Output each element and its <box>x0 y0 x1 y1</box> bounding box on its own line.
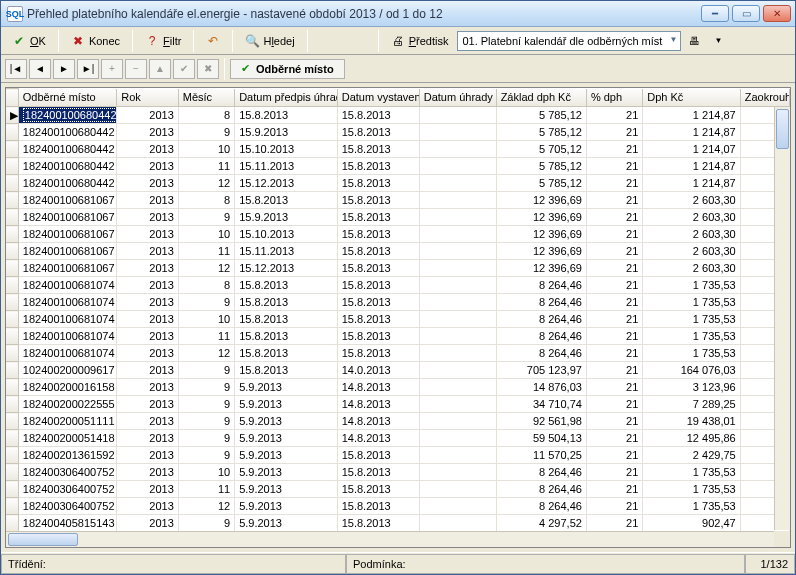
column-header[interactable]: Měsíc <box>178 89 234 107</box>
cell[interactable]: 8 264,46 <box>496 294 586 311</box>
cell[interactable]: 9 <box>178 379 234 396</box>
cell[interactable] <box>419 515 496 532</box>
cell[interactable]: 15.8.2013 <box>337 141 419 158</box>
nav-next[interactable]: ► <box>53 59 75 79</box>
cell[interactable]: 12 396,69 <box>496 209 586 226</box>
cell[interactable]: 102400200009617 <box>18 362 116 379</box>
cell[interactable] <box>419 362 496 379</box>
table-row[interactable]: 182400200016158201395.9.201314.8.201314 … <box>6 379 790 396</box>
cell[interactable]: 15.8.2013 <box>337 260 419 277</box>
cell[interactable]: 5 785,12 <box>496 107 586 124</box>
horizontal-scrollbar[interactable] <box>6 531 774 547</box>
undo-button[interactable]: ↶ <box>199 30 227 52</box>
cell[interactable]: 5.9.2013 <box>235 498 338 515</box>
cell[interactable]: 2013 <box>117 192 179 209</box>
cell[interactable]: 12 396,69 <box>496 260 586 277</box>
cell[interactable]: 902,47 <box>643 515 740 532</box>
nav-cancel[interactable]: ✖ <box>197 59 219 79</box>
cell[interactable]: 21 <box>586 379 642 396</box>
cell[interactable]: 9 <box>178 447 234 464</box>
table-row[interactable]: 1824003064007522013115.9.201315.8.20138 … <box>6 481 790 498</box>
cell[interactable] <box>419 464 496 481</box>
cell[interactable]: 4 297,52 <box>496 515 586 532</box>
cell[interactable]: 14.0.2013 <box>337 362 419 379</box>
nav-ok[interactable]: ✔ <box>173 59 195 79</box>
cell[interactable]: 15.8.2013 <box>337 226 419 243</box>
cell[interactable]: 21 <box>586 243 642 260</box>
cell[interactable]: 5.9.2013 <box>235 447 338 464</box>
cell[interactable]: 8 264,46 <box>496 345 586 362</box>
print-button[interactable]: 🖶 <box>683 31 705 51</box>
cell[interactable]: 8 264,46 <box>496 328 586 345</box>
cell[interactable] <box>419 294 496 311</box>
cell[interactable] <box>419 345 496 362</box>
konec-button[interactable]: ✖ Konec <box>64 30 127 52</box>
cell[interactable]: 21 <box>586 447 642 464</box>
cell[interactable]: 9 <box>178 515 234 532</box>
cell[interactable]: 2013 <box>117 345 179 362</box>
cell[interactable]: 8 264,46 <box>496 311 586 328</box>
cell[interactable] <box>419 192 496 209</box>
cell[interactable] <box>419 277 496 294</box>
cell[interactable]: 15.8.2013 <box>337 447 419 464</box>
cell[interactable]: 21 <box>586 294 642 311</box>
table-row[interactable]: 1024002000096172013915.8.201314.0.201370… <box>6 362 790 379</box>
table-row[interactable]: 18240010068044220131015.10.201315.8.2013… <box>6 141 790 158</box>
cell[interactable]: 9 <box>178 124 234 141</box>
table-row[interactable]: 18240010068106720131215.12.201315.8.2013… <box>6 260 790 277</box>
cell[interactable]: 10 <box>178 141 234 158</box>
cell[interactable]: 8 264,46 <box>496 464 586 481</box>
cell[interactable]: 14 876,03 <box>496 379 586 396</box>
cell[interactable]: 182400100680442 <box>18 141 116 158</box>
cell[interactable]: 2013 <box>117 243 179 260</box>
cell[interactable]: 15.8.2013 <box>337 243 419 260</box>
cell[interactable]: 182400100680442 <box>18 175 116 192</box>
cell[interactable] <box>419 209 496 226</box>
cell[interactable] <box>419 124 496 141</box>
table-row[interactable]: 182400200051418201395.9.201314.8.201359 … <box>6 430 790 447</box>
column-header[interactable]: Zaokrouh <box>740 89 789 107</box>
cell[interactable]: 11 <box>178 328 234 345</box>
cell[interactable]: 5.9.2013 <box>235 515 338 532</box>
cell[interactable]: 182400100680442 <box>18 158 116 175</box>
cell[interactable]: 12 495,86 <box>643 430 740 447</box>
cell[interactable]: 21 <box>586 498 642 515</box>
cell[interactable] <box>419 413 496 430</box>
cell[interactable]: 1 735,53 <box>643 498 740 515</box>
cell[interactable]: 21 <box>586 107 642 124</box>
cell[interactable]: 8 <box>178 107 234 124</box>
ok-button[interactable]: ✔ OK <box>5 30 53 52</box>
cell[interactable]: 182400100681067 <box>18 192 116 209</box>
cell[interactable] <box>419 158 496 175</box>
cell[interactable]: 21 <box>586 192 642 209</box>
cell[interactable]: 11 570,25 <box>496 447 586 464</box>
cell[interactable]: 182400100681067 <box>18 226 116 243</box>
cell[interactable]: 182400100681074 <box>18 294 116 311</box>
cell[interactable]: 14.8.2013 <box>337 379 419 396</box>
cell[interactable]: 2 603,30 <box>643 209 740 226</box>
cell[interactable]: 9 <box>178 396 234 413</box>
cell[interactable]: 15.8.2013 <box>235 277 338 294</box>
cell[interactable]: 1 735,53 <box>643 328 740 345</box>
cell[interactable] <box>419 175 496 192</box>
cell[interactable] <box>419 447 496 464</box>
cell[interactable]: 15.8.2013 <box>337 124 419 141</box>
cell[interactable]: 12 <box>178 260 234 277</box>
cell[interactable]: 12 <box>178 345 234 362</box>
cell[interactable]: 2013 <box>117 447 179 464</box>
table-row[interactable]: 1824001006804422013915.9.201315.8.20135 … <box>6 124 790 141</box>
cell[interactable]: 182400405815143 <box>18 515 116 532</box>
cell[interactable]: 164 076,03 <box>643 362 740 379</box>
table-row[interactable]: 182400201361592201395.9.201315.8.201311 … <box>6 447 790 464</box>
cell[interactable]: 34 710,74 <box>496 396 586 413</box>
cell[interactable]: 182400201361592 <box>18 447 116 464</box>
table-row[interactable]: 182400405815143201395.9.201315.8.20134 2… <box>6 515 790 532</box>
cell[interactable]: 15.8.2013 <box>337 464 419 481</box>
cell[interactable]: 5.9.2013 <box>235 379 338 396</box>
column-header[interactable]: % dph <box>586 89 642 107</box>
cell[interactable]: 19 438,01 <box>643 413 740 430</box>
cell[interactable]: 2013 <box>117 294 179 311</box>
cell[interactable]: 15.8.2013 <box>337 515 419 532</box>
cell[interactable]: 21 <box>586 515 642 532</box>
cell[interactable]: 15.8.2013 <box>337 345 419 362</box>
